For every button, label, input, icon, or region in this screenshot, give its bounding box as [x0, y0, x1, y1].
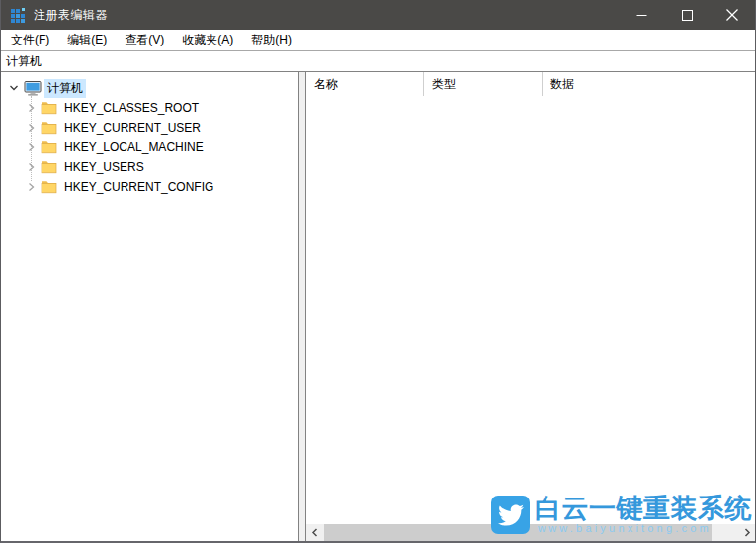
scroll-left-button[interactable] — [306, 524, 323, 541]
menu-item-favorites[interactable]: 收藏夹(A) — [173, 30, 242, 50]
tree-item-hkey-local-machine[interactable]: HKEY_LOCAL_MACHINE — [1, 137, 298, 157]
tree-item-hkey-users[interactable]: HKEY_USERS — [1, 157, 298, 177]
list-header: 名称 类型 数据 — [306, 72, 755, 96]
maximize-icon — [682, 10, 693, 21]
menu-item-view[interactable]: 查看(V) — [116, 30, 173, 50]
scroll-left-icon — [311, 528, 319, 537]
tree-item-hkey-current-user[interactable]: HKEY_CURRENT_USER — [1, 118, 298, 137]
column-header-type[interactable]: 类型 — [424, 72, 543, 96]
window-title: 注册表编辑器 — [34, 7, 108, 24]
menubar: 文件(F) 编辑(E) 查看(V) 收藏夹(A) 帮助(H) — [1, 30, 755, 51]
close-icon — [726, 9, 738, 21]
chevron-right-icon[interactable] — [24, 102, 38, 114]
column-header-name[interactable]: 名称 — [306, 72, 424, 96]
tree-panel: 计算机 HKEY_CLASSES_ROOT — [1, 72, 299, 541]
menu-item-edit[interactable]: 编辑(E) — [58, 30, 116, 50]
chevron-right-icon[interactable] — [24, 181, 38, 193]
watermark-text: 白云一键重装系统 www.baiyunxitong.com — [535, 495, 752, 534]
tree-item-label[interactable]: HKEY_CLASSES_ROOT — [61, 100, 202, 116]
minimize-icon — [636, 10, 647, 21]
tree-item-label[interactable]: 计算机 — [44, 79, 86, 98]
column-header-data[interactable]: 数据 — [543, 72, 755, 96]
tree-item-label[interactable]: HKEY_CURRENT_CONFIG — [61, 179, 216, 195]
list-body — [306, 96, 755, 524]
chevron-right-icon[interactable] — [24, 122, 38, 134]
computer-icon — [24, 80, 42, 96]
registry-editor-icon — [10, 7, 27, 24]
tree-item-hkey-current-config[interactable]: HKEY_CURRENT_CONFIG — [1, 177, 298, 197]
tree-item-label[interactable]: HKEY_LOCAL_MACHINE — [61, 139, 207, 155]
address-bar[interactable]: 计算机 — [1, 51, 755, 71]
chevron-down-icon[interactable] — [7, 82, 21, 94]
folder-icon — [41, 179, 58, 195]
chevron-right-icon[interactable] — [24, 161, 38, 173]
chevron-right-icon[interactable] — [24, 141, 38, 153]
folder-icon — [41, 100, 58, 116]
twitter-bird-icon — [491, 496, 530, 534]
tree-item-computer[interactable]: 计算机 — [1, 78, 298, 98]
tree-item-label[interactable]: HKEY_USERS — [61, 159, 147, 175]
close-button[interactable] — [710, 0, 755, 30]
window-controls — [619, 0, 755, 30]
tree-item-label[interactable]: HKEY_CURRENT_USER — [61, 120, 204, 136]
minimize-button[interactable] — [619, 0, 664, 30]
menu-item-help[interactable]: 帮助(H) — [242, 30, 300, 50]
folder-icon — [41, 139, 58, 155]
titlebar: 注册表编辑器 — [1, 0, 755, 30]
regedit-window: 注册表编辑器 文件(F) 编辑(E) 查看(V) 收藏夹(A) 帮助(H) 计算… — [0, 0, 756, 543]
folder-icon — [41, 120, 58, 136]
watermark: 白云一键重装系统 www.baiyunxitong.com — [491, 495, 752, 534]
content-area: 计算机 HKEY_CLASSES_ROOT — [1, 71, 755, 541]
registry-tree: 计算机 HKEY_CLASSES_ROOT — [1, 72, 298, 197]
watermark-url: www.baiyunxitong.com — [535, 522, 752, 534]
maximize-button[interactable] — [664, 0, 710, 30]
watermark-title: 白云一键重装系统 — [535, 495, 752, 522]
menu-item-file[interactable]: 文件(F) — [2, 30, 58, 50]
folder-icon — [41, 159, 58, 175]
tree-item-hkey-classes-root[interactable]: HKEY_CLASSES_ROOT — [1, 98, 298, 118]
list-panel: 名称 类型 数据 — [305, 72, 755, 541]
